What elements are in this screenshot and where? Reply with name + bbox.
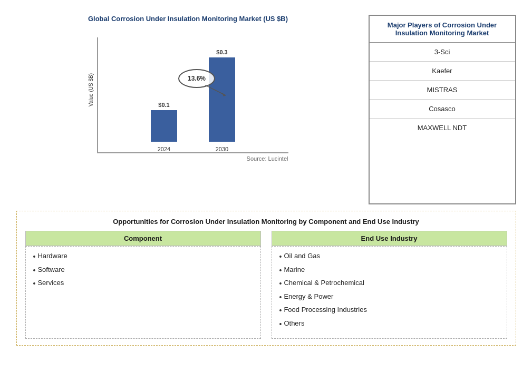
chart-area: Global Corrosion Under Insulation Monito… [16,15,360,204]
bar-group-2030: $0.3 2030 [209,49,235,152]
bar-group-2024: $0.1 2024 [151,102,177,152]
component-item-2: • Services [33,279,253,289]
chart-inner: $0.1 2024 $0.3 2030 13.6% [97,37,288,153]
bottom-columns: Component • Hardware • Software • Servic… [25,231,507,339]
chart-wrapper: Value (US $B) $0.1 2024 $0.3 2030 [88,27,288,153]
bar-value-2024: $0.1 [158,102,169,108]
bullet-eu-2: • [279,279,282,289]
player-row-4: MAXWELL NDT [370,119,515,137]
component-item-1: • Software [33,266,253,276]
y-axis-label: Value (US $B) [88,73,94,106]
bullet-eu-0: • [279,252,282,262]
source-text: Source: Lucintel [88,155,288,162]
end-use-content: • Oil and Gas • Marine • Chemical & Petr… [272,246,507,339]
chart-title: Global Corrosion Under Insulation Monito… [88,15,288,23]
bullet-eu-1: • [279,266,282,276]
bullet-eu-4: • [279,306,282,316]
component-content: • Hardware • Software • Services [25,246,261,339]
component-column: Component • Hardware • Software • Servic… [25,231,261,339]
end-use-item-3: • Energy & Power [279,292,499,303]
bar-label-2024: 2024 [158,146,170,152]
end-use-column: End Use Industry • Oil and Gas • Marine … [272,231,507,339]
end-use-item-1: • Marine [279,266,499,276]
main-container: Global Corrosion Under Insulation Monito… [8,6,525,386]
end-use-item-4: • Food Processing Industries [279,306,499,316]
player-row-0: 3-Sci [370,43,515,62]
end-use-item-2: • Chemical & Petrochemical [279,279,499,289]
cagr-arrow-svg [205,85,236,101]
cagr-annotation: 13.6% [178,69,215,88]
bullet-1: • [33,266,36,276]
bottom-section: Opportunities for Corrosion Under Insula… [16,211,516,346]
bullet-2: • [33,279,36,289]
top-section: Global Corrosion Under Insulation Monito… [16,15,516,204]
player-row-1: Kaefer [370,62,515,81]
bullet-eu-3: • [279,292,282,303]
major-players-panel: Major Players of Corrosion Under Insulat… [369,15,516,204]
end-use-item-0: • Oil and Gas [279,252,499,262]
bullet-0: • [33,252,36,262]
component-item-0: • Hardware [33,252,253,262]
bullet-eu-5: • [279,319,282,330]
major-players-header: Major Players of Corrosion Under Insulat… [370,16,515,43]
end-use-header: End Use Industry [272,231,507,246]
bar-value-2030: $0.3 [216,49,227,55]
bar-label-2030: 2030 [216,146,228,152]
bar-2024 [151,110,177,142]
component-header: Component [25,231,261,246]
svg-marker-1 [222,93,226,96]
player-row-2: MISTRAS [370,81,515,100]
bottom-title: Opportunities for Corrosion Under Insula… [25,218,507,226]
end-use-item-5: • Others [279,319,499,330]
player-row-3: Cosasco [370,100,515,119]
